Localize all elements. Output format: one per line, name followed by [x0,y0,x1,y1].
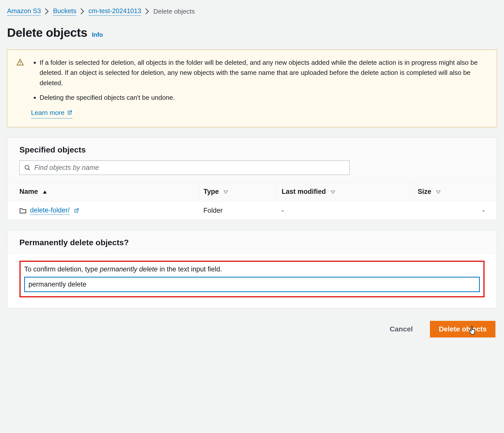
breadcrumb-link-s3[interactable]: Amazon S3 [7,7,41,16]
page-title: Delete objects [7,26,87,40]
warning-bullet: If a folder is selected for deletion, al… [40,57,488,88]
specified-objects-title: Specified objects [19,145,485,154]
search-objects-input-wrap[interactable] [19,161,350,175]
column-header-name[interactable]: Name [7,182,199,201]
table-row: delete-folder/ Folder - - [7,201,497,220]
sort-asc-icon [42,190,47,194]
objects-table: Name Type Last modified [7,182,497,220]
column-header-name-label: Name [19,188,38,195]
sort-icon [330,190,335,194]
page-header: Delete objects Info [7,26,497,40]
object-size: - [413,201,497,220]
chevron-right-icon [145,8,149,15]
column-header-lm-label: Last modified [282,188,326,195]
warning-notice: If a folder is selected for deletion, al… [7,50,497,127]
object-last-modified: - [277,201,413,220]
confirm-delete-input[interactable] [24,277,480,292]
external-link-icon [73,208,79,214]
chevron-right-icon [45,8,49,15]
sort-icon [223,190,228,194]
confirm-delete-panel: Permanently delete objects? To confirm d… [7,230,497,308]
object-link[interactable]: delete-folder/ [30,206,70,215]
warning-icon [16,58,24,118]
chevron-right-icon [80,8,84,15]
warning-bullet: Deleting the specified objects can't be … [40,92,488,103]
object-type: Folder [199,201,277,220]
footer-actions: Cancel Delete objects [7,318,497,337]
confirm-delete-title: Permanently delete objects? [19,238,485,247]
confirm-highlight-box: To confirm deletion, type permanently de… [19,261,485,297]
column-header-type-label: Type [204,188,219,195]
confirm-instruction-post: in the text input field. [158,265,222,273]
breadcrumb-current: Delete objects [153,8,195,15]
breadcrumb: Amazon S3 Buckets cm-test-20241013 Delet… [7,7,497,16]
column-header-last-modified[interactable]: Last modified [277,182,413,201]
svg-point-2 [25,165,29,169]
search-objects-input[interactable] [34,164,345,172]
confirm-instruction: To confirm deletion, type permanently de… [24,265,480,273]
delete-objects-button[interactable]: Delete objects [430,321,495,337]
delete-objects-button-label: Delete objects [439,325,487,333]
confirm-instruction-em: permanently delete [100,265,158,273]
confirm-instruction-pre: To confirm deletion, type [24,265,100,273]
column-header-size[interactable]: Size [413,182,497,201]
svg-rect-0 [20,61,21,63]
folder-icon [19,208,26,214]
info-link[interactable]: Info [92,31,103,38]
sort-icon [436,190,441,194]
cancel-button[interactable]: Cancel [383,321,420,337]
column-header-size-label: Size [418,188,431,195]
search-icon [24,165,31,171]
svg-rect-1 [20,64,21,65]
specified-objects-panel: Specified objects Name [7,137,497,220]
learn-more-link[interactable]: Learn more [31,108,73,118]
svg-line-3 [28,169,30,170]
external-link-icon [67,110,73,116]
learn-more-label: Learn more [31,108,65,118]
breadcrumb-link-bucket[interactable]: cm-test-20241013 [88,7,141,16]
breadcrumb-link-buckets[interactable]: Buckets [53,7,76,16]
column-header-type[interactable]: Type [199,182,277,201]
